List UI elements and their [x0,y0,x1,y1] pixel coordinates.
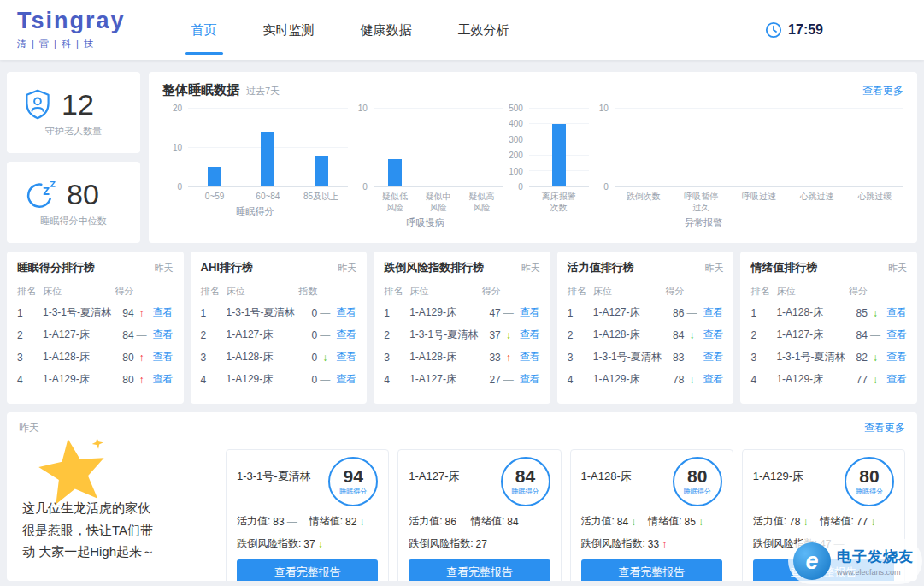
vitality-label: 活力值: [753,514,786,529]
rank-number: 4 [17,374,43,386]
resident-card-3: 1-A128-床 80 睡眠得分 活力值: 84 ↓ 情绪值: 85 ↓ 跌倒风… [570,449,733,581]
rank-number: 1 [384,307,409,319]
fall-risk-value: 33 [648,538,659,550]
nav-tab-home[interactable]: 首页 [168,0,240,60]
bed-name: 1-A129-床 [593,372,666,387]
bed-name: 1-A127-床 [409,372,482,387]
chart-axis-title-abnormal-alarm: 异常报警 [503,216,903,229]
bar [261,132,274,186]
sleep-score-value: 84 [515,467,535,485]
trend-icon: — [684,352,699,364]
view-link[interactable]: 查看 [516,372,540,387]
view-full-report-button[interactable]: 查看完整报告 [581,559,722,581]
overview-subtitle: 过去7天 [246,85,280,98]
rank-number: 2 [384,329,409,341]
rank-number: 4 [568,374,593,386]
view-link[interactable]: 查看 [699,328,723,342]
overall-sleep-data-card: 整体睡眠数据 过去7天 查看更多 010200~5960~8485及以上 睡眠得… [149,72,917,243]
column-score: 指数 [298,285,317,298]
chart-abnormal-alarm-bed-exit: 0100200300400500离床报警 次数 [503,109,589,213]
plot-area [615,109,903,187]
mood-label: 情绪值: [471,514,504,529]
ranking-row: 4 1-A129-床 77 ↓ 查看 [750,372,907,387]
nav-tab-realtime-monitoring[interactable]: 实时监测 [240,0,338,60]
rank-number: 2 [750,329,776,341]
bed-name: 1-A129-床 [43,372,115,387]
clock-icon [765,21,782,38]
rank-number: 1 [201,307,227,319]
bar [315,156,328,186]
fall-risk-line: 跌倒风险指数: 27 [409,536,550,551]
view-link[interactable]: 查看 [883,328,907,342]
y-tick-label: 0 [177,183,182,192]
view-full-report-button[interactable]: 查看完整报告 [237,559,378,581]
bar-slot [788,109,846,186]
column-rank: 排名 [17,285,43,298]
view-link[interactable]: 查看 [333,350,356,364]
nav-tab-work-efficiency-analysis[interactable]: 工效分析 [435,0,533,60]
view-link[interactable]: 查看 [883,350,907,364]
bed-name: 1-3-1号-夏清林 [43,305,115,320]
overview-view-more-link[interactable]: 查看更多 [862,84,903,98]
trend-icon: ↑ [134,374,150,386]
watermark-url: www.elecfans.com [837,568,914,577]
bed-name: 1-3-1号-夏清林 [776,350,849,364]
view-link[interactable]: 查看 [883,305,907,320]
view-full-report-button[interactable]: 查看完整报告 [409,559,550,581]
view-link[interactable]: 查看 [150,372,174,387]
y-tick-label: 20 [173,104,182,113]
column-bed: 床位 [43,285,115,298]
site-watermark: e 电子发烧友 www.elecfans.com [788,538,922,584]
ranking-date-label: 昨天 [338,262,356,275]
fall-risk-line: 跌倒风险指数: 37 ↓ [237,536,378,551]
ranking-row: 3 1-3-1号-夏清林 83 — 查看 [568,350,724,364]
ranking-row: 3 1-A128-床 33 ↑ 查看 [384,350,540,364]
view-link[interactable]: 查看 [150,305,174,320]
logo-subtitle: 清 | 雷 | 科 | 技 [17,38,126,50]
view-link[interactable]: 查看 [516,305,540,320]
trend-icon: — [501,374,516,386]
highlight-view-more-link[interactable]: 查看更多 [864,421,905,435]
fall-risk-label: 跌倒风险指数: [409,536,473,551]
view-link[interactable]: 查看 [699,305,723,320]
x-tick-label: 心跳过速 [788,191,846,213]
nav-tab-health-data[interactable]: 健康数据 [338,0,435,60]
ranking-column-headers: 排名 床位 指数 [201,285,357,298]
fall-risk-line: 跌倒风险指数: 33 ↑ [581,536,722,551]
score-value: 0 [298,307,317,319]
trend-icon: ↓ [501,329,516,341]
ranking-card-mood: 情绪值排行榜 昨天 排名 床位 得分 1 1-A128-床 85 ↓ 查看 2 … [740,252,917,404]
view-link[interactable]: 查看 [333,305,356,320]
chart-sleep-score-histogram: 010200~5960~8485及以上 [162,109,348,202]
column-rank: 排名 [568,285,593,298]
ranking-rows: 1 1-A128-床 85 ↓ 查看 2 1-A127-床 84 — 查看 3 … [750,298,907,387]
ranking-row: 2 1-A128-床 84 ↓ 查看 [568,328,724,342]
trend-icon: — [317,307,333,319]
view-link[interactable]: 查看 [883,372,907,387]
view-link[interactable]: 查看 [333,328,356,342]
ranking-row: 1 1-A127-床 86 — 查看 [568,305,724,320]
resident-name: 1-A128-床 [581,469,632,484]
vitality-label: 活力值: [409,514,442,529]
view-link[interactable]: 查看 [516,328,540,342]
y-axis: 0100200300400500 [503,109,529,187]
mood-label: 情绪值: [648,514,681,529]
view-link[interactable]: 查看 [516,350,540,364]
view-link[interactable]: 查看 [699,350,723,364]
resident-card-2: 1-A127-床 84 睡眠得分 活力值: 86 情绪值: 84 跌倒风险指数:… [397,449,561,581]
view-link[interactable]: 查看 [150,350,174,364]
sleep-score-badge: 84 睡眠得分 [501,457,550,506]
vitality-mood-line: 活力值: 78 ↓ 情绪值: 77 ↓ [753,514,894,529]
ranking-title: AHI排行榜 [201,260,253,275]
bar-slot [615,109,673,186]
view-link[interactable]: 查看 [150,328,174,342]
score-value: 47 [482,307,501,319]
ranking-rows: 1 1-3-1号-夏清林 94 ↑ 查看 2 1-A127-床 84 — 查看 … [17,298,174,387]
vitality-value: 78 [789,516,800,528]
ranking-date-label: 昨天 [521,262,540,275]
ranking-date-label: 昨天 [704,262,723,275]
view-link[interactable]: 查看 [333,372,356,387]
ranking-row: 2 1-A127-床 0 — 查看 [201,328,357,342]
highlight-message-block: 这几位生龙活虎的家伙很是惹眼，快让TA们带动 大家一起High起来～ [19,435,226,581]
view-link[interactable]: 查看 [699,372,723,387]
